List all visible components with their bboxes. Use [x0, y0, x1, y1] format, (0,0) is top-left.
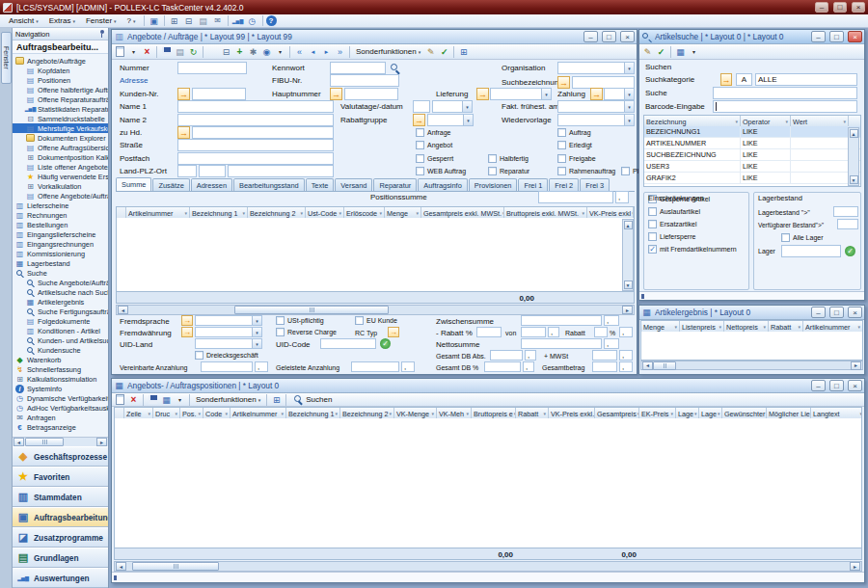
lookup-button[interactable]	[177, 126, 190, 139]
scroll-right-icon[interactable]: ►	[850, 562, 860, 571]
scroll-thumb[interactable]	[25, 438, 64, 446]
rahmenauftrag-checkbox[interactable]: Rahmenauftrag	[557, 165, 615, 177]
nav-button[interactable]: Auswertungen	[13, 568, 108, 588]
decimal-box[interactable]: ,	[604, 315, 619, 326]
tree-item[interactable]: Dynamische Verfügbarkeit	[13, 393, 108, 403]
lookup-button[interactable]	[476, 88, 489, 100]
caret-icon[interactable]	[688, 46, 700, 58]
edit-icon[interactable]	[641, 46, 654, 58]
lookup-button[interactable]	[177, 88, 190, 100]
nav-button[interactable]: Grundlagen	[13, 548, 108, 568]
positions-window-titlebar[interactable]: Angebots- / Auftragspositionen | * Layou…	[112, 379, 864, 393]
gesamt-db-pct-input[interactable]	[484, 361, 521, 372]
tree-item[interactable]: Eingangslieferscheine	[13, 229, 108, 239]
result-body[interactable]	[640, 332, 863, 361]
tree-item[interactable]: Kalkulationssimulation	[13, 374, 108, 384]
new-document-icon[interactable]	[114, 46, 126, 58]
scroll-up-icon[interactable]: ▲	[624, 221, 633, 229]
criteria-row[interactable]: BEZEICHNUNG1 LIKE	[644, 126, 860, 138]
binoculars-icon[interactable]	[390, 63, 401, 74]
minimize-button[interactable]	[583, 31, 598, 42]
tree-item[interactable]: Positionen	[13, 75, 108, 85]
tree-item[interactable]: Bestellungen	[13, 220, 108, 229]
artikelergebnis-window-titlebar[interactable]: Artikelergebnis | * Layout 0	[639, 306, 864, 320]
freigabe-checkbox[interactable]: Freigabe	[557, 152, 596, 165]
edit-icon[interactable]	[424, 46, 437, 58]
alle-lager-checkbox[interactable]: Alle Lager	[781, 231, 824, 244]
maximize-button[interactable]	[829, 31, 844, 42]
filter-arrow-icon[interactable]: ▾	[466, 411, 469, 416]
verfuegbarer-bestand-input[interactable]	[837, 219, 858, 229]
close-button[interactable]	[848, 307, 862, 318]
tab[interactable]: Reparatur	[373, 178, 417, 191]
gesperrt-checkbox[interactable]: Gesperrt	[416, 152, 453, 165]
angebot-checkbox[interactable]: Angebot	[416, 139, 452, 151]
caret-icon[interactable]	[274, 46, 286, 58]
criteria-row[interactable]: SUCHBEZEICHNUNG LIKE	[644, 149, 860, 161]
tree-item[interactable]: Suche Angebote/Aufträ	[13, 278, 108, 287]
new-document-icon[interactable]	[114, 394, 126, 406]
decimal-box[interactable]: ,	[525, 350, 536, 361]
print-icon[interactable]	[220, 46, 232, 58]
decimal-box[interactable]: ,	[615, 191, 629, 203]
scroll-down-icon[interactable]: ▼	[850, 175, 858, 184]
lieferung-select[interactable]	[490, 88, 552, 100]
menu-item[interactable]: Extras	[44, 14, 80, 27]
nav-button[interactable]: Auftragsbearbeitung	[13, 507, 108, 527]
tree-item[interactable]: Artikelsuche nach Such	[13, 287, 108, 297]
filter-arrow-icon[interactable]: ▾	[390, 411, 393, 416]
tree-item[interactable]: Betragsanzeige	[13, 422, 108, 432]
menu-item[interactable]: Ansicht	[4, 14, 43, 27]
delete-icon[interactable]	[127, 394, 140, 406]
filter-arrow-icon[interactable]: ▾	[198, 411, 201, 416]
tree-item[interactable]: Offene halbfertige Auftr	[13, 85, 108, 94]
lookup-button[interactable]	[590, 88, 603, 100]
filter-arrow-icon[interactable]: ▾	[857, 324, 860, 330]
filter-arrow-icon[interactable]: ▾	[843, 119, 846, 124]
lookup-button[interactable]	[720, 73, 732, 86]
tree-item[interactable]: Offene Auftragsübersic	[13, 143, 108, 152]
filter-arrow-icon[interactable]: ▾	[674, 324, 677, 330]
check-icon[interactable]	[438, 46, 450, 58]
tree-item[interactable]: Folgedokumente	[13, 316, 108, 326]
tab[interactable]: Frei 1	[518, 178, 548, 191]
table-icon[interactable]	[457, 46, 470, 58]
clock-icon[interactable]	[246, 15, 259, 27]
filter-arrow-icon[interactable]: ▾	[281, 411, 284, 416]
orders-window-titlebar[interactable]: Angebote / Aufträge | * Layout 99 | * La…	[112, 30, 637, 44]
uid-validate-icon[interactable]	[380, 338, 391, 349]
filter-arrow-icon[interactable]: ▾	[670, 411, 673, 416]
filter-arrow-icon[interactable]: ▾	[785, 119, 788, 124]
tree-item[interactable]: Systeminfo	[13, 384, 108, 393]
tree-item[interactable]: Konditionen - Artikel	[13, 326, 108, 335]
positions-body[interactable]	[114, 418, 862, 548]
gesamtbetrag-input[interactable]	[592, 361, 617, 372]
tree-item[interactable]: Kommissionierung	[13, 249, 108, 258]
scroll-left-icon[interactable]: ◄	[116, 562, 126, 571]
save-icon[interactable]	[160, 46, 173, 58]
delete-icon[interactable]	[141, 46, 153, 58]
print-icon[interactable]	[182, 15, 196, 27]
eye-icon[interactable]	[260, 46, 273, 58]
tab[interactable]: Provisionen	[469, 178, 518, 191]
scroll-left-icon[interactable]: ◄	[118, 306, 128, 314]
pin-icon[interactable]	[98, 29, 105, 39]
tree-item[interactable]: Statistikdaten Reparatu	[13, 104, 108, 114]
sonderfunktionen-button[interactable]: Sonderfunktionen	[353, 47, 423, 56]
table-icon[interactable]	[270, 394, 283, 406]
minimize-button[interactable]	[811, 380, 826, 391]
tree-item[interactable]: Sammeldruckstabelle	[13, 114, 108, 123]
horizontal-scrollbar[interactable]: ◄ ►	[640, 361, 863, 370]
lagerbestand-input[interactable]	[833, 206, 858, 217]
tree-item[interactable]: Lagerbestand	[13, 258, 108, 268]
eu-kunde-checkbox[interactable]: EU Kunde	[355, 315, 397, 326]
nettosumme-input[interactable]	[521, 338, 602, 349]
scroll-thumb[interactable]	[234, 306, 389, 314]
web-auftrag-checkbox[interactable]: WEB Auftrag	[416, 165, 466, 177]
tree-item[interactable]: Liste offener Angebote/	[13, 162, 108, 172]
tree-item[interactable]: Schnellerfassung	[13, 364, 108, 374]
tree-item[interactable]: Suche	[13, 268, 108, 278]
filter-arrow-icon[interactable]: ▾	[632, 210, 634, 216]
filter-arrow-icon[interactable]: ▾	[148, 411, 150, 416]
nummer-input[interactable]	[177, 62, 247, 74]
